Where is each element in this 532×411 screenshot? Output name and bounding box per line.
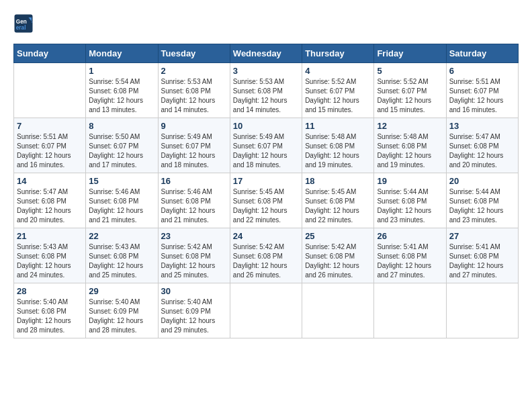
day-info: Sunrise: 5:46 AM Sunset: 6:08 PM Dayligh… [89, 187, 154, 225]
day-header-sunday: Sunday [14, 44, 86, 63]
calendar-cell: 25Sunrise: 5:42 AM Sunset: 6:08 PM Dayli… [302, 228, 374, 283]
day-number: 23 [161, 231, 227, 241]
day-number: 26 [377, 231, 443, 241]
day-info: Sunrise: 5:45 AM Sunset: 6:08 PM Dayligh… [305, 187, 371, 225]
calendar-cell: 28Sunrise: 5:40 AM Sunset: 6:08 PM Dayli… [14, 283, 86, 338]
calendar-cell: 27Sunrise: 5:41 AM Sunset: 6:08 PM Dayli… [446, 228, 518, 283]
day-header-friday: Friday [374, 44, 446, 63]
calendar-cell: 11Sunrise: 5:48 AM Sunset: 6:08 PM Dayli… [302, 118, 374, 173]
calendar-cell: 8Sunrise: 5:50 AM Sunset: 6:07 PM Daylig… [86, 118, 158, 173]
calendar-cell [230, 283, 302, 338]
day-number: 15 [89, 176, 154, 186]
day-number: 6 [449, 66, 515, 76]
day-header-tuesday: Tuesday [158, 44, 230, 63]
svg-text:Gen: Gen [16, 19, 27, 25]
day-number: 13 [449, 121, 515, 131]
day-number: 14 [17, 176, 83, 186]
calendar-cell: 26Sunrise: 5:41 AM Sunset: 6:08 PM Dayli… [374, 228, 446, 283]
day-info: Sunrise: 5:45 AM Sunset: 6:08 PM Dayligh… [233, 187, 299, 225]
calendar-cell: 18Sunrise: 5:45 AM Sunset: 6:08 PM Dayli… [302, 173, 374, 228]
calendar-cell: 24Sunrise: 5:42 AM Sunset: 6:08 PM Dayli… [230, 228, 302, 283]
calendar-cell: 30Sunrise: 5:40 AM Sunset: 6:09 PM Dayli… [158, 283, 230, 338]
day-info: Sunrise: 5:43 AM Sunset: 6:08 PM Dayligh… [89, 242, 154, 280]
calendar-cell: 1Sunrise: 5:54 AM Sunset: 6:08 PM Daylig… [86, 63, 158, 118]
day-info: Sunrise: 5:53 AM Sunset: 6:08 PM Dayligh… [161, 77, 227, 115]
calendar-cell [374, 283, 446, 338]
day-header-thursday: Thursday [302, 44, 374, 63]
day-info: Sunrise: 5:52 AM Sunset: 6:07 PM Dayligh… [305, 77, 371, 115]
day-number: 1 [89, 66, 154, 76]
svg-text:eral: eral [16, 25, 26, 31]
day-number: 5 [377, 66, 443, 76]
calendar-cell: 12Sunrise: 5:48 AM Sunset: 6:08 PM Dayli… [374, 118, 446, 173]
day-info: Sunrise: 5:47 AM Sunset: 6:08 PM Dayligh… [449, 132, 515, 170]
day-info: Sunrise: 5:40 AM Sunset: 6:09 PM Dayligh… [161, 298, 227, 335]
calendar-cell: 7Sunrise: 5:51 AM Sunset: 6:07 PM Daylig… [14, 118, 86, 173]
day-number: 25 [305, 231, 371, 241]
day-info: Sunrise: 5:48 AM Sunset: 6:08 PM Dayligh… [305, 132, 371, 170]
calendar-cell: 22Sunrise: 5:43 AM Sunset: 6:08 PM Dayli… [86, 228, 158, 283]
day-info: Sunrise: 5:48 AM Sunset: 6:08 PM Dayligh… [377, 132, 443, 170]
day-info: Sunrise: 5:50 AM Sunset: 6:07 PM Dayligh… [89, 132, 154, 170]
calendar-cell: 6Sunrise: 5:51 AM Sunset: 6:07 PM Daylig… [446, 63, 518, 118]
day-number: 30 [161, 286, 227, 296]
calendar-cell: 14Sunrise: 5:47 AM Sunset: 6:08 PM Dayli… [14, 173, 86, 228]
calendar-cell: 20Sunrise: 5:44 AM Sunset: 6:08 PM Dayli… [446, 173, 518, 228]
day-number: 7 [17, 121, 83, 131]
day-info: Sunrise: 5:49 AM Sunset: 6:07 PM Dayligh… [233, 132, 299, 170]
calendar-cell [14, 63, 86, 118]
day-number: 24 [233, 231, 299, 241]
day-info: Sunrise: 5:40 AM Sunset: 6:09 PM Dayligh… [89, 298, 154, 335]
day-number: 12 [377, 121, 443, 131]
day-header-monday: Monday [86, 44, 158, 63]
day-info: Sunrise: 5:46 AM Sunset: 6:08 PM Dayligh… [161, 187, 227, 225]
logo: Gen eral [13, 13, 36, 34]
calendar-cell: 10Sunrise: 5:49 AM Sunset: 6:07 PM Dayli… [230, 118, 302, 173]
calendar-cell: 13Sunrise: 5:47 AM Sunset: 6:08 PM Dayli… [446, 118, 518, 173]
day-number: 21 [17, 231, 83, 241]
calendar-cell: 15Sunrise: 5:46 AM Sunset: 6:08 PM Dayli… [86, 173, 158, 228]
day-info: Sunrise: 5:42 AM Sunset: 6:08 PM Dayligh… [161, 242, 227, 280]
day-info: Sunrise: 5:40 AM Sunset: 6:08 PM Dayligh… [17, 298, 83, 335]
day-info: Sunrise: 5:53 AM Sunset: 6:08 PM Dayligh… [233, 77, 299, 115]
day-number: 16 [161, 176, 227, 186]
day-number: 17 [233, 176, 299, 186]
day-number: 8 [89, 121, 154, 131]
calendar-cell: 29Sunrise: 5:40 AM Sunset: 6:09 PM Dayli… [86, 283, 158, 338]
day-number: 11 [305, 121, 371, 131]
day-info: Sunrise: 5:52 AM Sunset: 6:07 PM Dayligh… [377, 77, 443, 115]
day-number: 3 [233, 66, 299, 76]
calendar-cell: 5Sunrise: 5:52 AM Sunset: 6:07 PM Daylig… [374, 63, 446, 118]
day-number: 9 [161, 121, 227, 131]
day-info: Sunrise: 5:42 AM Sunset: 6:08 PM Dayligh… [233, 242, 299, 280]
day-info: Sunrise: 5:41 AM Sunset: 6:08 PM Dayligh… [449, 242, 515, 280]
day-number: 20 [449, 176, 515, 186]
day-header-wednesday: Wednesday [230, 44, 302, 63]
calendar-cell: 23Sunrise: 5:42 AM Sunset: 6:08 PM Dayli… [158, 228, 230, 283]
calendar-cell: 9Sunrise: 5:49 AM Sunset: 6:07 PM Daylig… [158, 118, 230, 173]
calendar-cell: 19Sunrise: 5:44 AM Sunset: 6:08 PM Dayli… [374, 173, 446, 228]
day-number: 29 [89, 286, 154, 296]
calendar-cell [446, 283, 518, 338]
day-number: 22 [89, 231, 154, 241]
day-info: Sunrise: 5:47 AM Sunset: 6:08 PM Dayligh… [17, 187, 83, 225]
calendar-cell: 16Sunrise: 5:46 AM Sunset: 6:08 PM Dayli… [158, 173, 230, 228]
day-header-saturday: Saturday [446, 44, 518, 63]
day-info: Sunrise: 5:42 AM Sunset: 6:08 PM Dayligh… [305, 242, 371, 280]
day-info: Sunrise: 5:54 AM Sunset: 6:08 PM Dayligh… [89, 77, 154, 115]
calendar-cell: 2Sunrise: 5:53 AM Sunset: 6:08 PM Daylig… [158, 63, 230, 118]
day-info: Sunrise: 5:51 AM Sunset: 6:07 PM Dayligh… [449, 77, 515, 115]
day-info: Sunrise: 5:43 AM Sunset: 6:08 PM Dayligh… [17, 242, 83, 280]
calendar-cell: 4Sunrise: 5:52 AM Sunset: 6:07 PM Daylig… [302, 63, 374, 118]
day-number: 19 [377, 176, 443, 186]
logo-icon: Gen eral [13, 13, 34, 34]
calendar-cell: 3Sunrise: 5:53 AM Sunset: 6:08 PM Daylig… [230, 63, 302, 118]
day-number: 27 [449, 231, 515, 241]
day-info: Sunrise: 5:44 AM Sunset: 6:08 PM Dayligh… [449, 187, 515, 225]
day-info: Sunrise: 5:49 AM Sunset: 6:07 PM Dayligh… [161, 132, 227, 170]
day-number: 4 [305, 66, 371, 76]
calendar-table: SundayMondayTuesdayWednesdayThursdayFrid… [13, 44, 519, 338]
calendar-cell: 21Sunrise: 5:43 AM Sunset: 6:08 PM Dayli… [14, 228, 86, 283]
day-info: Sunrise: 5:44 AM Sunset: 6:08 PM Dayligh… [377, 187, 443, 225]
day-info: Sunrise: 5:51 AM Sunset: 6:07 PM Dayligh… [17, 132, 83, 170]
